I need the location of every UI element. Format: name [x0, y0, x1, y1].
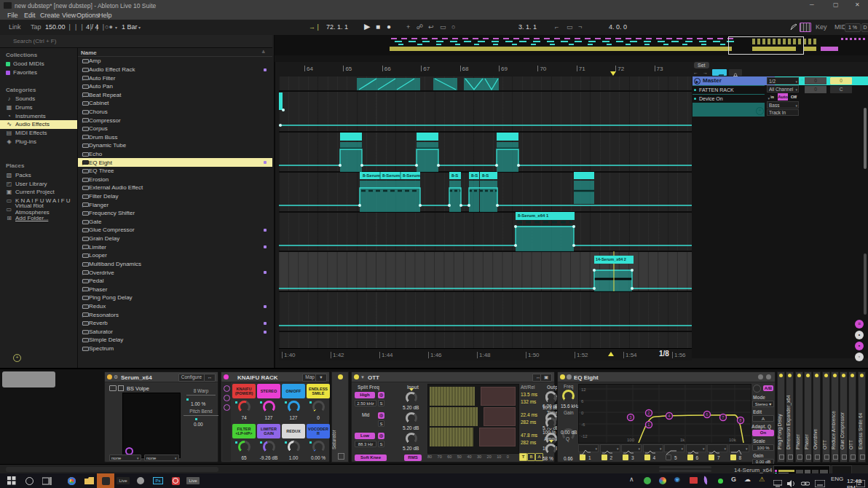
freq-knob[interactable]	[562, 390, 575, 402]
view-circle-button[interactable]: ▪	[855, 342, 864, 350]
browser-item-compressor[interactable]: ▶Compressor	[78, 116, 272, 125]
menu-help[interactable]: Help	[98, 12, 112, 19]
tap-button[interactable]: Tap	[31, 24, 42, 31]
reenable-automation-button[interactable]: ↩	[428, 24, 434, 31]
macro-knob[interactable]	[312, 401, 325, 413]
configure-button[interactable]: Configure	[178, 374, 205, 382]
filter-type-select[interactable]: ▾	[664, 444, 684, 452]
band-solo[interactable]: S	[378, 400, 384, 406]
device-activator-led[interactable]	[560, 374, 565, 379]
device-view-toggle[interactable]	[224, 404, 230, 411]
sidebar-item-drums[interactable]: ▦Drums	[0, 103, 77, 111]
fold-arrow[interactable]: ▼	[360, 375, 365, 379]
gain-value[interactable]: 0.00 dB	[561, 430, 577, 435]
band-attack-value[interactable]: 13.5 ms	[521, 392, 537, 397]
overview-viewport[interactable]	[728, 36, 804, 55]
browser-item-auto-pan[interactable]: ▶Auto Pan	[78, 82, 272, 91]
dropdown-arrow[interactable]: ▾	[703, 446, 705, 451]
band-activator-checkbox[interactable]	[644, 454, 650, 460]
band-input-value[interactable]: 5.20 dB	[403, 425, 419, 430]
device-activator-led[interactable]	[824, 374, 828, 377]
menu-edit[interactable]: Edit	[24, 12, 36, 19]
audition-headphone-icon[interactable]	[753, 385, 761, 393]
master-fold-button[interactable]: ▶	[694, 78, 701, 84]
macro-knob[interactable]	[238, 441, 250, 453]
collapsed-device-endless-smile-64[interactable]: Endless Smile 64	[858, 371, 866, 463]
tray-icon-green-dot[interactable]	[718, 479, 723, 484]
clip-label[interactable]: 8-Serum_x64 1	[516, 212, 575, 220]
tray-icon-green[interactable]	[644, 477, 651, 484]
clip-label[interactable]: 14-Serum_x64 2	[594, 256, 634, 264]
device-activator-led[interactable]	[797, 374, 801, 377]
macro-knob[interactable]	[263, 401, 275, 413]
browser-item-looper[interactable]: ▶Looper	[78, 251, 272, 260]
view-circle-button[interactable]: ≡	[855, 320, 864, 328]
device-activator-led[interactable]	[107, 374, 112, 379]
device-activator-led[interactable]	[842, 374, 845, 377]
browser-item-amp[interactable]: ▶Amp	[78, 57, 272, 66]
multiband-display[interactable]	[427, 384, 519, 454]
band-release-value[interactable]: 132 ms	[521, 399, 536, 404]
tray-icon-cloud[interactable]: ☁	[744, 476, 751, 483]
browser-item-multiband-dynamics[interactable]: ▶Multiband Dynamics	[78, 260, 272, 269]
macro-label[interactable]: LIMITER GAIN	[257, 424, 280, 438]
notification-center-icon[interactable]	[856, 477, 865, 488]
browser-item-glue-compressor[interactable]: ▶Glue Compressor	[78, 226, 272, 235]
arrangement-clip-area[interactable]: 8-Serum8-Serum8-Serum8-S8-S8-S8-Serum_x6…	[279, 76, 692, 358]
punch-in-button[interactable]: ⌐	[555, 24, 559, 31]
clip-label[interactable]: 8-S	[470, 172, 480, 179]
search-input[interactable]: Search (Ctrl + F)	[13, 38, 56, 44]
clip-label[interactable]: 8-S	[450, 172, 462, 179]
ableton-live-icon[interactable]: Live	[114, 473, 132, 488]
track-header-12[interactable]: 12 Serum_x64▾FATTEN RACK▾Device On▾+All …	[692, 171, 868, 211]
output-select[interactable]: Bass▾	[767, 101, 799, 109]
scrub-area[interactable]	[275, 55, 868, 62]
pitchbend-value[interactable]: 0.00	[194, 422, 203, 427]
photos-app-icon[interactable]	[97, 473, 114, 488]
automation-mode-toggle[interactable]	[712, 69, 727, 76]
browser-name-column-header[interactable]: Name	[81, 50, 97, 56]
dropdown-arrow[interactable]: ▾	[617, 446, 619, 451]
key-map-button[interactable]: Key	[816, 24, 827, 31]
filter-type-select[interactable]: ▾	[578, 444, 599, 452]
time-value[interactable]: 100 %	[542, 430, 556, 435]
device-activator-led[interactable]	[788, 374, 792, 377]
view-circle-button[interactable]: •	[855, 331, 864, 339]
tray-icon-warning[interactable]: ⚠	[759, 476, 765, 483]
master-pan-field[interactable]: 0	[830, 77, 852, 84]
band-input-knob[interactable]	[406, 412, 417, 424]
arrangement-position[interactable]: 72. 1. 1	[326, 24, 348, 31]
sidebar-item-plug-ins[interactable]: ◈Plug-ins	[0, 138, 77, 146]
macro-label[interactable]: KNAIFU (POWER)	[232, 384, 256, 398]
volume-field[interactable]: 0	[805, 86, 826, 93]
device-activator-led[interactable]	[779, 374, 783, 377]
band-solo[interactable]: S	[378, 441, 384, 447]
browser-item-gate[interactable]: ▶Gate	[78, 218, 272, 227]
macro-value[interactable]: 127	[282, 415, 305, 420]
warp-value[interactable]: 1.00 %	[191, 401, 205, 406]
clip-label[interactable]: 8-Serum	[401, 172, 421, 179]
band-freq[interactable]: 2.50 kHz	[355, 400, 376, 406]
out2-knob[interactable]	[545, 391, 556, 402]
master-track-header[interactable]: Master▶1/2▾00	[692, 349, 868, 358]
browser-item-cabinet[interactable]: ▶Cabinet	[78, 99, 272, 108]
macro-value[interactable]: 1.00	[282, 455, 305, 460]
tray-icon-colorwheel[interactable]	[659, 477, 666, 484]
tray-icon-link[interactable]	[801, 477, 810, 488]
freq-value[interactable]: 15.6 kHz	[561, 404, 580, 409]
metronome-toggle[interactable]: ○●	[105, 24, 113, 31]
menu-options[interactable]: Options	[76, 12, 99, 19]
view-circle-button[interactable]: ◦	[855, 353, 864, 361]
automation-device-select[interactable]: FATTEN RACK▾	[693, 86, 771, 94]
steam-icon[interactable]	[132, 473, 149, 488]
close-button[interactable]: ✕	[855, 1, 860, 8]
collapsed-device-overdrive[interactable]: Overdrive	[813, 371, 821, 463]
browser-item-dynamic-tube[interactable]: ▶Dynamic Tube	[78, 141, 272, 150]
mode-select[interactable]: Stereo ▾	[752, 401, 774, 407]
band-activator-checkbox[interactable]	[666, 454, 671, 460]
sidebar-item-packs[interactable]: ▧Packs	[0, 170, 77, 179]
filter-type-select[interactable]: ▾	[707, 444, 727, 452]
overdub-button[interactable]: +	[406, 24, 410, 31]
tba-T[interactable]: T	[519, 453, 527, 461]
menu-create[interactable]: Create	[40, 12, 60, 19]
